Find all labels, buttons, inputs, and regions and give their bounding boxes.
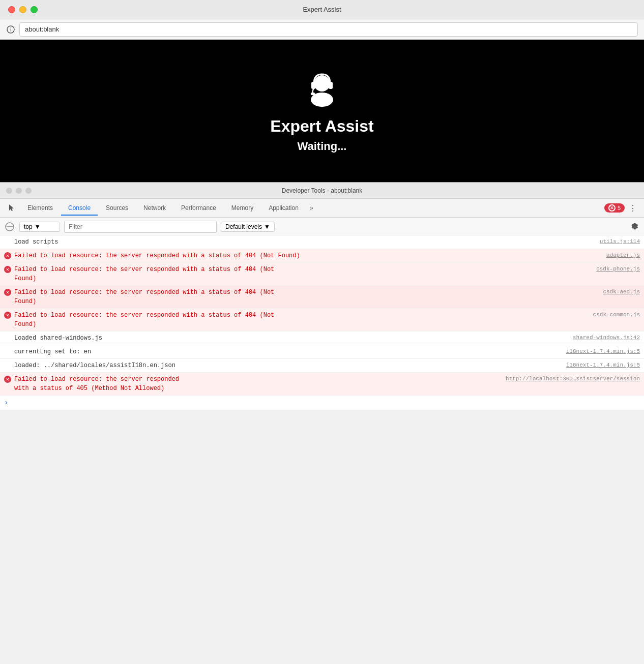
console-toolbar: top ▼ Default levels ▼: [0, 218, 644, 235]
app-subtitle: Waiting...: [298, 140, 347, 153]
error-icon: ✕: [4, 312, 11, 319]
console-source-link[interactable]: csdk-phone.js: [592, 265, 640, 274]
console-row: load scripts utils.js:114: [0, 235, 644, 249]
console-row: ✕ Failed to load resource: the server re…: [0, 249, 644, 263]
error-badge-icon: ✕: [608, 204, 616, 212]
error-icon: ✕: [4, 289, 11, 296]
console-message: Failed to load resource: the server resp…: [14, 288, 599, 306]
devtools-title: Developer Tools - about:blank: [282, 187, 363, 194]
console-message: loaded: ../shared/locales/assistI18n.en.…: [14, 361, 562, 370]
console-source-link[interactable]: shared-windows.js:42: [569, 334, 640, 342]
tab-memory[interactable]: Memory: [224, 201, 260, 216]
tab-application[interactable]: Application: [261, 201, 306, 216]
console-prompt[interactable]: ›: [0, 396, 644, 410]
app-title: Expert Assist: [270, 117, 373, 136]
console-source-link[interactable]: csdk-aed.js: [599, 288, 640, 296]
console-source-link[interactable]: utils.js:114: [596, 237, 640, 246]
info-icon: i: [6, 25, 15, 34]
minimize-button[interactable]: [19, 6, 26, 13]
svg-point-2: [314, 75, 330, 92]
tab-console[interactable]: Console: [61, 201, 98, 216]
console-row: ✕ Failed to load resource: the server re…: [0, 263, 644, 286]
title-bar: Expert Assist: [0, 0, 644, 19]
window-title: Expert Assist: [303, 6, 341, 13]
levels-chevron-icon: ▼: [264, 223, 270, 230]
console-message: currentLng set to: en: [14, 347, 562, 356]
window-controls: [8, 6, 38, 13]
tab-sources[interactable]: Sources: [99, 201, 135, 216]
svg-text:i: i: [10, 27, 11, 33]
error-icon: ✕: [4, 376, 11, 383]
maximize-button[interactable]: [31, 6, 38, 13]
more-tabs-button[interactable]: »: [307, 202, 316, 214]
error-count: 5: [618, 205, 621, 211]
console-source-link[interactable]: adapter.js: [602, 251, 640, 260]
context-value: top: [24, 223, 33, 230]
tab-network[interactable]: Network: [136, 201, 173, 216]
levels-label: Default levels: [225, 223, 262, 230]
console-row: currentLng set to: en i18next-1.7.4.min.…: [0, 345, 644, 359]
devtools-menu-button[interactable]: ⋮: [626, 201, 640, 215]
console-message: Failed to load resource: the server resp…: [14, 251, 602, 260]
tab-performance[interactable]: Performance: [174, 201, 223, 216]
cursor-icon[interactable]: [4, 200, 19, 216]
console-message: Failed to load resource: the server resp…: [14, 375, 502, 393]
devtools-wc-1: [6, 188, 12, 194]
console-source-link[interactable]: csdk-common.js: [589, 311, 640, 319]
console-source-link[interactable]: http://localhost:300…ssistserver/session: [502, 375, 640, 383]
levels-button[interactable]: Default levels ▼: [221, 222, 275, 232]
clear-console-button[interactable]: [4, 221, 15, 232]
settings-button[interactable]: [629, 221, 640, 232]
error-badge: ✕ 5: [604, 203, 625, 213]
filter-input[interactable]: [64, 221, 217, 233]
devtools-tabs: Elements Console Sources Network Perform…: [0, 199, 644, 218]
svg-rect-6: [311, 93, 315, 95]
tab-elements[interactable]: Elements: [20, 201, 60, 216]
console-message: Loaded shared-windows.js: [14, 334, 569, 343]
chevron-down-icon: ▼: [35, 223, 41, 230]
console-row: loaded: ../shared/locales/assistI18n.en.…: [0, 359, 644, 373]
svg-rect-5: [329, 82, 333, 89]
console-row: Loaded shared-windows.js shared-windows.…: [0, 331, 644, 345]
devtools-window-controls: [6, 188, 32, 194]
console-row: ✕ Failed to load resource: the server re…: [0, 373, 644, 396]
headset-icon: [302, 69, 342, 112]
console-row: ✕ Failed to load resource: the server re…: [0, 309, 644, 331]
devtools-wc-3: [25, 188, 32, 194]
console-message: load scripts: [14, 237, 596, 247]
console-output: load scripts utils.js:114 ✕ Failed to lo…: [0, 235, 644, 410]
error-icon: ✕: [4, 252, 11, 259]
app-area: Expert Assist Waiting...: [0, 40, 644, 182]
devtools-titlebar: Developer Tools - about:blank: [0, 183, 644, 199]
address-bar: i: [0, 19, 644, 40]
devtools-panel: Developer Tools - about:blank Elements C…: [0, 182, 644, 410]
console-row: ✕ Failed to load resource: the server re…: [0, 286, 644, 309]
console-message: Failed to load resource: the server resp…: [14, 265, 592, 283]
error-icon: ✕: [4, 266, 11, 273]
console-source-link[interactable]: i18next-1.7.4.min.js:5: [562, 361, 640, 370]
devtools-wc-2: [16, 188, 22, 194]
context-select[interactable]: top ▼: [19, 222, 60, 232]
address-input[interactable]: [19, 22, 638, 37]
console-source-link[interactable]: i18next-1.7.4.min.js:5: [562, 347, 640, 356]
prompt-arrow-icon: ›: [4, 399, 8, 407]
console-message: Failed to load resource: the server resp…: [14, 311, 589, 329]
close-button[interactable]: [8, 6, 15, 13]
